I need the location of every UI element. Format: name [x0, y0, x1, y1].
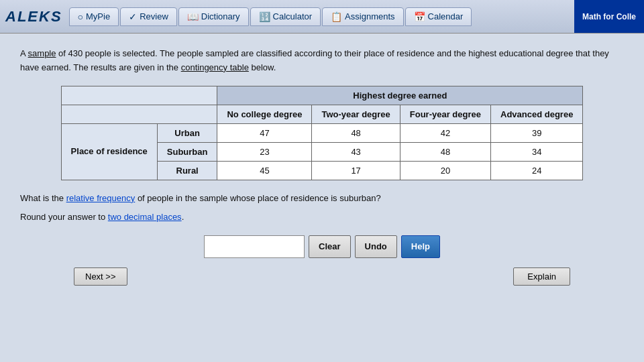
explain-button[interactable]: Explain [513, 267, 570, 286]
tab-assignments-label: Assignments [345, 11, 394, 21]
undo-button[interactable]: Undo [355, 235, 397, 258]
tab-calendar[interactable]: 📅 Calendar [405, 7, 472, 26]
col-header-four-year: Four-year degree [400, 105, 490, 123]
next-button[interactable]: Next >> [74, 267, 127, 286]
cell-rural-advanced: 24 [491, 161, 583, 180]
tab-review[interactable]: ✓ Review [120, 7, 177, 26]
answer-input-row: Clear Undo Help [20, 235, 624, 258]
calendar-icon: 📅 [414, 11, 425, 22]
row-label-urban: Urban [157, 123, 217, 142]
data-table-container: Highest degree earned No college degree … [20, 86, 624, 180]
tab-review-label: Review [140, 11, 168, 21]
cell-suburban-two-year: 43 [312, 142, 400, 161]
tab-calendar-label: Calendar [428, 11, 464, 21]
row-label-suburban: Suburban [157, 142, 217, 161]
cell-urban-advanced: 39 [491, 123, 583, 142]
cell-suburban-no-college: 23 [217, 142, 312, 161]
bottom-action-row: Next >> Explain [20, 267, 624, 286]
tab-assignments[interactable]: 📋 Assignments [322, 7, 403, 26]
cell-rural-no-college: 45 [217, 161, 312, 180]
cell-suburban-four-year: 48 [400, 142, 490, 161]
cell-suburban-advanced: 34 [491, 142, 583, 161]
col-header-advanced: Advanced degree [491, 105, 583, 123]
tab-calculator[interactable]: 🔢 Calculator [250, 7, 321, 26]
question-text: What is the relative frequency of people… [20, 191, 624, 206]
round-instruction-text: Round your answer to two decimal places. [20, 210, 624, 225]
cell-urban-four-year: 42 [400, 123, 490, 142]
nav-tab-list: ○ MyPie ✓ Review 📖 Dictionary 🔢 Calculat… [69, 7, 639, 26]
review-icon: ✓ [129, 11, 137, 22]
tab-mypie[interactable]: ○ MyPie [69, 7, 119, 26]
top-navigation-bar: ALEKS ○ MyPie ✓ Review 📖 Dictionary 🔢 Ca… [0, 0, 644, 34]
cell-urban-no-college: 47 [217, 123, 312, 142]
row-group-label: Place of residence [61, 123, 157, 180]
tab-dictionary[interactable]: 📖 Dictionary [178, 7, 249, 26]
cell-rural-two-year: 17 [312, 161, 400, 180]
row-label-rural: Rural [157, 161, 217, 180]
answer-input[interactable] [204, 235, 305, 258]
dictionary-icon: 📖 [187, 11, 199, 22]
math-for-college-label: Math for Colle [574, 0, 644, 33]
col-header-two-year: Two-year degree [312, 105, 400, 123]
tab-calculator-label: Calculator [273, 11, 313, 21]
tab-dictionary-label: Dictionary [201, 11, 240, 21]
mypie-icon: ○ [78, 11, 83, 22]
calculator-icon: 🔢 [259, 11, 270, 22]
help-button[interactable]: Help [401, 235, 440, 258]
clear-button[interactable]: Clear [309, 235, 351, 258]
cell-urban-two-year: 48 [312, 123, 400, 142]
assignments-icon: 📋 [331, 11, 342, 22]
main-content-area: A sample of 430 people is selected. The … [0, 34, 644, 362]
cell-rural-four-year: 20 [400, 161, 490, 180]
col-header-no-college: No college degree [217, 105, 312, 123]
aleks-logo: ALEKS [5, 8, 62, 25]
problem-intro-text: A sample of 430 people is selected. The … [20, 47, 624, 75]
table-main-header: Highest degree earned [217, 86, 583, 105]
contingency-table: Highest degree earned No college degree … [61, 86, 584, 180]
tab-mypie-label: MyPie [86, 11, 110, 21]
